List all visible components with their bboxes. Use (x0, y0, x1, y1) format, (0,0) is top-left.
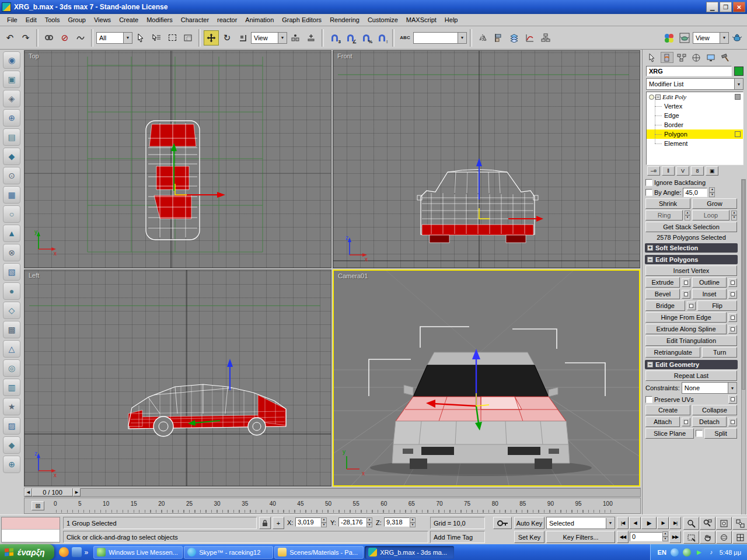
previous-frame-icon[interactable]: ◀ (629, 517, 641, 529)
hinge-from-edge-button[interactable]: Hinge From Edge (645, 312, 727, 323)
show-end-result-icon[interactable]: ‖ (662, 166, 675, 176)
time-slider-track[interactable] (81, 488, 640, 496)
maximize-button[interactable]: ❐ (720, 2, 732, 12)
menu-group[interactable]: Group (64, 15, 90, 25)
keyboard-override-icon[interactable]: ABC (397, 30, 413, 46)
detach-settings-icon[interactable] (728, 418, 737, 426)
reactor-tool-icon-12[interactable]: ▧ (3, 263, 20, 281)
by-angle-spinner[interactable]: ▲▼ (709, 187, 715, 197)
min-max-toggle-icon[interactable] (732, 531, 747, 544)
taskbar-task-skype[interactable]: Skype™ - raceking12 (184, 546, 273, 559)
menu-animation[interactable]: Animation (241, 15, 278, 25)
reactor-tool-icon-17[interactable]: ◎ (3, 359, 20, 377)
grow-button[interactable]: Grow (692, 198, 737, 209)
play-animation-icon[interactable]: ▶ (641, 517, 657, 529)
ignore-backfacing-checkbox[interactable] (645, 179, 652, 186)
select-object-icon[interactable] (133, 30, 148, 46)
viewport-front[interactable]: Front (333, 50, 640, 268)
x-coordinate-field[interactable]: 3,019 (295, 517, 321, 527)
bevel-button[interactable]: Bevel (645, 289, 680, 299)
object-name-field[interactable]: XRG (646, 66, 732, 76)
reference-coordinate-dropdown[interactable]: View▼ (251, 32, 287, 44)
tab-modify-icon[interactable] (661, 52, 673, 63)
material-editor-icon[interactable] (661, 30, 676, 46)
constraints-dropdown[interactable]: None▼ (682, 382, 737, 394)
snap-toggle-icon[interactable]: 3 (327, 30, 342, 46)
set-keys-icon[interactable] (493, 517, 512, 529)
extrude-along-spline-button[interactable]: Extrude Along Spline (645, 324, 727, 334)
extrude-settings-icon[interactable] (682, 278, 690, 287)
show-desktop-icon[interactable] (72, 547, 82, 557)
stack-subobject-edge[interactable]: Edge (647, 111, 743, 120)
collapse-button[interactable]: Collapse (692, 405, 737, 415)
select-and-move-icon[interactable] (204, 30, 219, 46)
remove-modifier-icon[interactable]: 8 (691, 166, 704, 176)
reactor-tool-icon-19[interactable]: ★ (3, 398, 20, 415)
preserve-uvs-settings-icon[interactable] (728, 395, 737, 404)
flip-button[interactable]: Flip (697, 300, 737, 311)
loop-button[interactable]: Loop (692, 210, 729, 220)
command-panel-scrollbar[interactable] (741, 179, 746, 524)
go-to-end-icon[interactable]: ▶| (669, 517, 681, 529)
viewport-top[interactable]: Top (24, 50, 331, 268)
tray-icon-volume[interactable]: ♪ (707, 548, 715, 556)
reactor-tool-icon-7[interactable]: ⊙ (3, 167, 20, 184)
reactor-tool-icon-8[interactable]: ▦ (3, 186, 20, 204)
reactor-tool-icon-9[interactable]: ○ (3, 205, 20, 223)
object-color-swatch[interactable] (734, 66, 743, 76)
bridge-button[interactable]: Bridge (645, 300, 685, 311)
menu-help[interactable]: Help (441, 15, 462, 25)
align-icon[interactable] (491, 30, 506, 46)
select-and-scale-icon[interactable] (235, 30, 250, 46)
attach-settings-icon[interactable] (682, 418, 690, 426)
tab-hierarchy-icon[interactable] (675, 52, 688, 63)
modifier-enabled-bulb-icon[interactable] (649, 94, 654, 100)
by-angle-field[interactable]: 45,0 (683, 188, 707, 197)
viewport-top-label[interactable]: Top (29, 52, 39, 60)
outline-button[interactable]: Outline (692, 277, 727, 288)
minimize-button[interactable]: ▁ (706, 2, 718, 12)
bevel-settings-icon[interactable] (682, 290, 690, 299)
taskbar-task-folder[interactable]: Scenes/Materials - Pa... (274, 546, 364, 559)
window-crossing-icon[interactable] (180, 30, 196, 46)
viewport-front-label[interactable]: Front (337, 52, 352, 60)
extrude-button[interactable]: Extrude (645, 277, 680, 288)
taskbar-task-3dsmax[interactable]: XRG_b.max - 3ds ma... (365, 546, 454, 559)
spinner-snap-icon[interactable]: ↕ (374, 30, 389, 46)
menu-customize[interactable]: Customize (364, 15, 402, 25)
menu-rendering[interactable]: Rendering (326, 15, 364, 25)
zoom-icon[interactable] (683, 517, 699, 530)
scrollbar-thumb[interactable] (742, 180, 745, 390)
x-spinner[interactable]: ▲▼ (321, 517, 327, 527)
menu-views[interactable]: Views (90, 15, 115, 25)
outline-settings-icon[interactable] (728, 278, 737, 287)
reactor-tool-icon-16[interactable]: △ (3, 340, 20, 358)
configure-modifier-sets-icon[interactable]: ▣ (706, 166, 718, 176)
soft-selection-rollout-header[interactable]: +Soft Selection (645, 243, 738, 253)
inset-button[interactable]: Inset (692, 289, 727, 299)
viewport-left[interactable]: Left (24, 270, 331, 487)
schematic-view-icon[interactable] (538, 30, 553, 46)
arc-rotate-icon[interactable] (716, 531, 732, 544)
percent-snap-icon[interactable]: % (358, 30, 374, 46)
zoom-extents-icon[interactable] (716, 517, 732, 530)
key-filters-button[interactable]: Key Filters... (546, 531, 615, 543)
stack-subobject-polygon[interactable]: Polygon (647, 130, 743, 139)
turn-button[interactable]: Turn (702, 347, 737, 358)
menu-maxscript[interactable]: MAXScript (402, 15, 441, 25)
quick-launch-expand-icon[interactable]: » (85, 548, 89, 556)
by-angle-checkbox[interactable] (645, 189, 652, 196)
next-frame-arrow-icon[interactable]: ▶ (73, 488, 81, 496)
menu-graph-editors[interactable]: Graph Editors (278, 15, 326, 25)
viewport-camera-label[interactable]: Camera01 (338, 272, 368, 279)
angle-snap-icon[interactable]: ∠ (343, 30, 358, 46)
split-button[interactable]: Split (704, 428, 737, 439)
retriangulate-button[interactable]: Retriangulate (645, 347, 700, 358)
slice-plane-button[interactable]: Slice Plane (645, 428, 694, 439)
redo-icon[interactable]: ↷ (18, 30, 33, 46)
tab-motion-icon[interactable] (690, 52, 703, 63)
y-coordinate-field[interactable]: -28,176 (338, 517, 366, 527)
tab-utilities-icon[interactable] (719, 52, 732, 63)
maxscript-mini-listener[interactable] (1, 517, 60, 542)
z-coordinate-field[interactable]: 9,318 (384, 517, 410, 527)
